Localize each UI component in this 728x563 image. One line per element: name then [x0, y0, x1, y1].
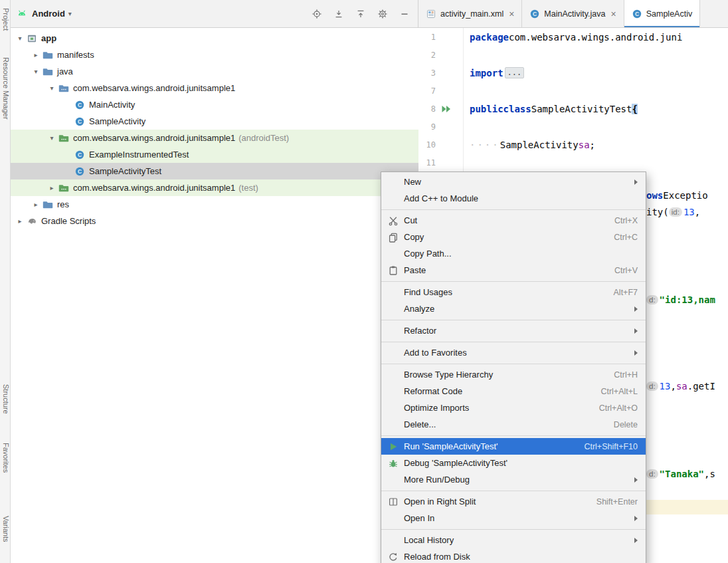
chevron-expanded-icon[interactable]: ▾: [46, 84, 57, 92]
chevron-expanded-icon[interactable]: ▾: [15, 35, 25, 42]
tree-item-sampleactivity[interactable]: CSampleActivity: [11, 113, 418, 130]
editor-tab-activity-main-xml[interactable]: activity_main.xml×: [418, 0, 522, 27]
menu-item-label: Reload from Disk: [404, 552, 470, 562]
menu-item-label: Open in Right Split: [404, 497, 476, 507]
tree-item-exampleinstrumentedtest[interactable]: CExampleInstrumentedTest: [11, 146, 418, 163]
cut-icon: [387, 215, 399, 226]
close-icon[interactable]: ×: [509, 9, 514, 19]
code-segment: public: [470, 104, 503, 114]
run-icon: [387, 441, 399, 452]
menu-item-open-in-right-split[interactable]: Open in Right SplitShift+Enter: [381, 493, 646, 510]
code-fragment[interactable]: ity( id: 13,: [646, 203, 728, 221]
class-icon: C: [74, 166, 85, 177]
tool-stripe-project[interactable]: Project: [1, 8, 10, 31]
menu-separator: [381, 279, 646, 284]
chevron-collapsed-icon[interactable]: ▸: [31, 201, 41, 208]
close-icon[interactable]: ×: [611, 9, 616, 19]
code-fragment[interactable]: d: "id:13,nam: [646, 290, 728, 308]
menu-item-browse-type-hierarchy[interactable]: Browse Type HierarchyCtrl+H: [381, 366, 646, 383]
chevron-collapsed-icon[interactable]: ▸: [15, 217, 25, 225]
menu-item-reload-from-disk[interactable]: Reload from Disk: [381, 548, 646, 563]
menu-item-label: Browse Type Hierarchy: [404, 370, 493, 380]
tool-stripe-structure[interactable]: Structure: [1, 384, 10, 414]
menu-item-new[interactable]: New: [381, 173, 646, 190]
menu-item-cut[interactable]: CutCtrl+X: [381, 212, 646, 229]
menu-icon-empty: [387, 513, 399, 524]
collapse-all-icon[interactable]: [355, 9, 366, 19]
tool-stripe-favorites[interactable]: Favorites: [1, 443, 10, 473]
tree-item-mainactivity[interactable]: CMainActivity: [11, 96, 418, 113]
project-panel-header: Android ▾: [11, 0, 418, 27]
project-tree: ▾app▸manifests▾java▾com.websarva.wings.a…: [11, 28, 418, 229]
menu-item-debug-sampleactivitytest[interactable]: Debug 'SampleActivityTest': [381, 455, 646, 471]
menu-item-delete[interactable]: Delete...Delete: [381, 416, 646, 433]
chevron-collapsed-icon[interactable]: ▸: [31, 51, 41, 58]
menu-item-local-history[interactable]: Local History: [381, 532, 646, 548]
menu-separator: [381, 207, 646, 212]
menu-icon-empty: [387, 419, 399, 430]
menu-item-refactor[interactable]: Refactor: [381, 322, 646, 339]
project-view-selector[interactable]: Android: [32, 9, 65, 19]
tree-item-pkg-main[interactable]: ▾com.websarva.wings.android.junitsample1: [11, 80, 418, 96]
menu-item-copy[interactable]: CopyCtrl+C: [381, 229, 646, 245]
menu-shortcut: Ctrl+Alt+O: [599, 403, 638, 413]
hide-icon[interactable]: [399, 9, 410, 19]
chevron-expanded-icon[interactable]: ▾: [46, 134, 57, 142]
editor-tab-mainactivity-java[interactable]: CMainActivity.java×: [522, 0, 624, 27]
menu-item-label: Add C++ to Module: [404, 193, 478, 203]
tool-stripe-variants[interactable]: Variants: [1, 516, 10, 542]
line-number: 10: [419, 140, 436, 150]
tree-item-java[interactable]: ▾java: [11, 63, 418, 80]
chevron-expanded-icon[interactable]: ▾: [31, 68, 41, 75]
tree-item-app[interactable]: ▾app: [11, 30, 418, 47]
tree-item-sampleactivitytest[interactable]: CSampleActivityTest: [11, 163, 418, 179]
tree-item-label: com.websarva.wings.android.junitsample1: [73, 183, 235, 193]
code-fragment[interactable]: ows Exceptio: [646, 186, 728, 204]
menu-item-optimize-imports[interactable]: Optimize ImportsCtrl+Alt+O: [381, 399, 646, 416]
debug-icon: [387, 458, 399, 469]
menu-shortcut: Ctrl+X: [614, 216, 638, 225]
menu-item-open-in[interactable]: Open In: [381, 510, 646, 526]
tree-item-pkg-test[interactable]: ▸com.websarva.wings.android.junitsample1…: [11, 179, 418, 196]
code-segment: ,s: [704, 469, 715, 479]
menu-item-add-c-to-module[interactable]: Add C++ to Module: [381, 190, 646, 207]
run-test-icon[interactable]: [441, 104, 452, 114]
menu-item-more-run-debug[interactable]: More Run/Debug: [381, 471, 646, 488]
gradle-icon: [27, 216, 37, 227]
tool-stripe-resource-manager[interactable]: Resource Manager: [1, 57, 10, 120]
tree-indent: [11, 71, 31, 72]
code-fragment[interactable]: d: 13,sa.getI: [646, 377, 728, 395]
settings-icon[interactable]: [377, 9, 388, 19]
menu-shortcut: Shift+Enter: [596, 497, 638, 507]
tree-indent: [11, 187, 46, 188]
svg-text:C: C: [78, 152, 82, 158]
code-fragment[interactable]: d: "Tanaka",s: [646, 465, 728, 483]
code-segment: {: [632, 104, 637, 114]
menu-item-label: New: [404, 177, 421, 187]
menu-item-paste[interactable]: PasteCtrl+V: [381, 262, 646, 279]
tree-item-manifests[interactable]: ▸manifests: [11, 47, 418, 63]
chevron-collapsed-icon[interactable]: ▸: [46, 184, 57, 191]
menu-item-label: Paste: [404, 265, 426, 275]
menu-item-reformat-code[interactable]: Reformat CodeCtrl+Alt+L: [381, 383, 646, 399]
svg-text:C: C: [78, 118, 82, 125]
editor-tab-sampleactiv[interactable]: CSampleActiv: [624, 0, 700, 27]
menu-item-label: Optimize Imports: [404, 403, 469, 413]
locate-icon[interactable]: [312, 9, 322, 19]
tab-label: activity_main.xml: [440, 9, 503, 19]
tree-item-pkg-androidtest[interactable]: ▾com.websarva.wings.android.junitsample1…: [11, 130, 418, 146]
menu-item-analyze[interactable]: Analyze: [381, 300, 646, 317]
menu-item-find-usages[interactable]: Find UsagesAlt+F7: [381, 284, 646, 300]
package-test-icon: [58, 183, 69, 193]
menu-item-run-sampleactivitytest[interactable]: Run 'SampleActivityTest'Ctrl+Shift+F10: [381, 438, 646, 455]
expand-all-icon[interactable]: [333, 9, 344, 19]
menu-item-add-to-favorites[interactable]: Add to Favorites: [381, 344, 646, 361]
tree-item-gradle-scripts[interactable]: ▸Gradle Scripts: [11, 213, 418, 229]
package-test-icon: [58, 133, 69, 144]
menu-shortcut: Ctrl+H: [614, 370, 638, 380]
line-number: 7: [419, 86, 436, 96]
project-toolbar-icons: [312, 9, 410, 19]
menu-item-copy-path[interactable]: Copy Path...: [381, 245, 646, 262]
highlighted-line: [646, 500, 728, 514]
tree-item-res[interactable]: ▸res: [11, 196, 418, 213]
